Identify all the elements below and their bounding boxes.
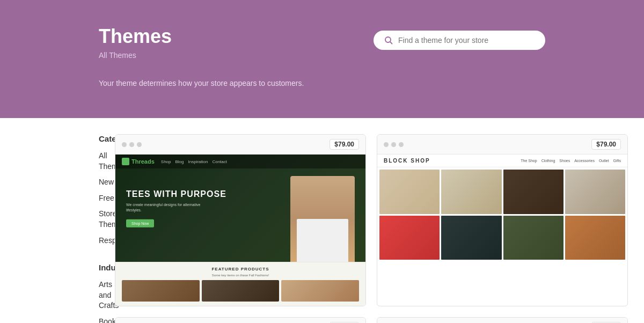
search-bar[interactable] <box>374 31 545 50</box>
theme-grid: $79.00 Threads Shop Blog Inspirati <box>99 134 644 323</box>
blockshop-nav-6: Gifts <box>613 159 621 163</box>
threads-featured-title: FEATURED PRODUCTS <box>122 267 359 271</box>
threads-logo-text: Threads <box>131 158 155 165</box>
threads-price: $79.00 <box>330 139 359 150</box>
threads-nav-link-1: Shop <box>161 159 171 164</box>
dot-3 <box>137 142 142 147</box>
blockshop-cell-5 <box>379 216 440 260</box>
threads-nav: Threads Shop Blog Inspiration Contact <box>115 155 365 168</box>
blockshop-nav-4: Accessories <box>574 159 595 163</box>
threads-tagline: TEES WITH PURPOSE <box>126 189 226 199</box>
theme-card-bistro[interactable]: $39.00 Bistro Shop Santa Browse Meat Veg… <box>115 317 366 323</box>
hero-subtitle: All Themes <box>99 51 172 60</box>
threads-product-3 <box>281 280 359 302</box>
threads-product-2 <box>202 280 280 302</box>
search-input[interactable] <box>398 36 535 45</box>
threads-product-1 <box>122 280 200 302</box>
threads-body-text: We create meaningful designs for alterna… <box>126 202 201 213</box>
blockshop-nav-5: Outlet <box>599 159 609 163</box>
blockshop-cell-8 <box>565 216 625 260</box>
theme-card-stationery[interactable]: $39.00 STATIONERY <box>377 317 628 323</box>
dot-bs-1 <box>384 142 389 147</box>
threads-logo: Threads <box>122 158 155 165</box>
threads-text-block: TEES WITH PURPOSE We create meaningful d… <box>126 189 226 227</box>
blockshop-nav-1: The Shop <box>521 159 537 163</box>
blockshop-cell-6 <box>441 216 501 260</box>
blockshop-nav-3: Shoes <box>559 159 570 163</box>
blockshop-product-grid <box>377 167 627 262</box>
blockshop-nav-links: The Shop Clothing Shoes Accessories Outl… <box>521 159 621 163</box>
blockshop-logo: BLOCK SHOP <box>384 158 430 164</box>
blockshop-cell-7 <box>503 216 564 260</box>
blockshop-preview: BLOCK SHOP The Shop Clothing Shoes Acces… <box>377 155 627 262</box>
blockshop-cell-4 <box>565 170 625 214</box>
hero-right <box>374 25 545 50</box>
theme-card-header-threads: $79.00 <box>115 135 365 155</box>
threads-nav-link-2: Blog <box>175 159 184 164</box>
blockshop-preview-container: BLOCK SHOP The Shop Clothing Shoes Acces… <box>377 155 627 262</box>
theme-card-header-bistro: $39.00 <box>115 318 365 323</box>
threads-cta-button[interactable]: Shop Now <box>126 219 154 227</box>
theme-card-header-blockshop: $79.00 <box>377 135 627 155</box>
threads-person <box>290 176 355 262</box>
card-dots-threads <box>122 142 142 147</box>
search-icon <box>384 36 393 45</box>
threads-featured-sub: Some key items on these Fall Fashions! <box>122 274 359 277</box>
svg-line-1 <box>390 42 392 44</box>
main-content: Categories All Themes New Free Storefron… <box>0 118 644 323</box>
blockshop-cell-2 <box>441 170 501 214</box>
threads-nav-link-4: Contact <box>212 159 227 164</box>
theme-card-header-stationery: $39.00 <box>377 318 627 323</box>
sidebar: Categories All Themes New Free Storefron… <box>0 134 99 323</box>
hero-left: Themes All Themes <box>99 25 172 68</box>
threads-product-row <box>122 280 359 302</box>
dot-1 <box>122 142 127 147</box>
threads-nav-links: Shop Blog Inspiration Contact <box>161 159 227 164</box>
dot-2 <box>129 142 134 147</box>
card-dots-blockshop <box>384 142 404 147</box>
blockshop-nav: BLOCK SHOP The Shop Clothing Shoes Acces… <box>377 155 627 167</box>
threads-preview: Threads Shop Blog Inspiration Contact TE… <box>115 155 365 262</box>
blockshop-cell-1 <box>379 170 440 214</box>
page-title: Themes <box>99 25 172 48</box>
blockshop-nav-2: Clothing <box>541 159 555 163</box>
theme-card-blockshop[interactable]: $79.00 BLOCK SHOP The Shop Clothing Shoe… <box>377 134 628 306</box>
blockshop-cell-3 <box>503 170 564 214</box>
hero-section: Themes All Themes Your theme determines … <box>0 0 644 118</box>
dot-bs-2 <box>391 142 396 147</box>
dot-bs-3 <box>399 142 404 147</box>
threads-featured-section: FEATURED PRODUCTS Some key items on thes… <box>115 262 365 306</box>
hero-description: Your theme determines how your store app… <box>99 79 545 87</box>
blockshop-price: $79.00 <box>591 139 621 150</box>
person-silhouette <box>290 176 355 262</box>
person-shirt <box>297 219 348 262</box>
threads-logo-icon <box>122 158 129 165</box>
theme-card-threads[interactable]: $79.00 Threads Shop Blog Inspirati <box>115 134 366 306</box>
threads-nav-link-3: Inspiration <box>188 159 208 164</box>
